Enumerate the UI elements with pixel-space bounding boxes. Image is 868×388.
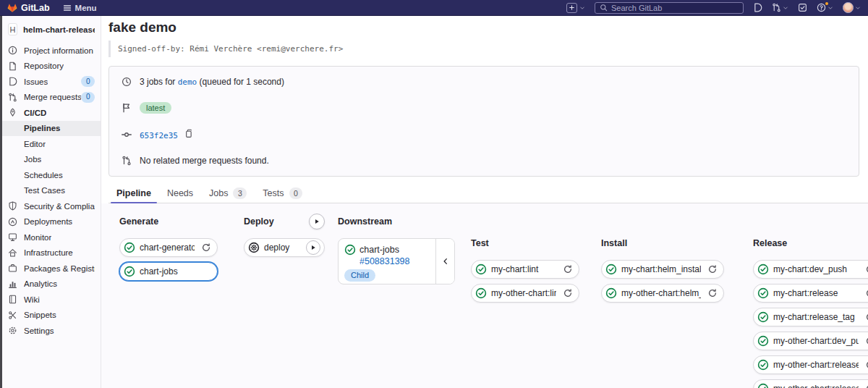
sidebar-item-deployments[interactable]: Deployments xyxy=(2,214,101,230)
merge-request-icon xyxy=(772,3,781,12)
retry-job-button[interactable] xyxy=(863,286,868,300)
sidebar-item-repository[interactable]: Repository xyxy=(2,59,101,75)
sidebar-item-schedules[interactable]: Schedules xyxy=(2,167,101,183)
job-my-other-chart-helm-install[interactable]: my-other-chart:helm_install xyxy=(601,284,724,303)
copy-commit-sha-button[interactable] xyxy=(183,129,194,138)
gitlab-logo[interactable]: GitLab xyxy=(7,3,50,13)
sidebar-item-ci-cd[interactable]: CI/CD xyxy=(2,105,101,121)
new-dropdown-button[interactable] xyxy=(566,3,585,13)
chevron-down-icon xyxy=(579,5,585,11)
play-job-button[interactable] xyxy=(306,240,320,255)
job-deploy[interactable]: deploy xyxy=(244,238,325,257)
clock-icon xyxy=(121,77,132,87)
ref-link[interactable]: demo xyxy=(178,77,197,87)
retry-job-button[interactable] xyxy=(863,358,868,372)
tab-pipeline[interactable]: Pipeline xyxy=(109,184,159,203)
retry-job-button[interactable] xyxy=(705,286,720,300)
job-name: my-chart:release xyxy=(773,288,859,298)
sidebar-item-wiki[interactable]: Wiki xyxy=(2,292,101,308)
latest-row: latest xyxy=(121,102,847,114)
retry-job-button[interactable] xyxy=(863,334,868,348)
tab-needs[interactable]: Needs xyxy=(159,184,201,203)
help-button[interactable] xyxy=(817,3,833,12)
sidebar-item-analytics[interactable]: Analytics xyxy=(2,277,101,292)
tab-tests[interactable]: Tests0 xyxy=(255,184,310,203)
stage-install: Installmy-chart:helm_installmy-other-cha… xyxy=(601,235,724,308)
issues-shortcut-button[interactable] xyxy=(753,3,762,12)
stage-release: Releasemy-chart:dev_pushmy-chart:release… xyxy=(753,235,868,388)
menu-button[interactable]: Menu xyxy=(63,4,97,12)
sidebar-item-snippets[interactable]: Snippets xyxy=(2,308,101,324)
tab-jobs[interactable]: Jobs3 xyxy=(201,184,255,203)
downstream-pipeline-card[interactable]: chart-jobs#508831398Child xyxy=(338,238,455,284)
package-icon xyxy=(8,263,17,273)
job-my-other-chart-lint[interactable]: my-other-chart:lint xyxy=(471,284,579,303)
sidebar-item-project-information[interactable]: Project information xyxy=(2,43,101,59)
sidebar-item-test-cases[interactable]: Test Cases xyxy=(2,183,101,199)
retry-job-button[interactable] xyxy=(863,381,868,388)
user-menu-button[interactable] xyxy=(843,2,861,13)
commit-row: 653f2e35 xyxy=(121,129,847,140)
downstream-collapse-button[interactable] xyxy=(435,239,454,284)
job-my-other-chart-release[interactable]: my-other-chart:release xyxy=(753,355,868,374)
sidebar-item-issues[interactable]: Issues0 xyxy=(2,74,101,90)
merge-request-icon xyxy=(121,156,132,166)
job-my-chart-lint[interactable]: my-chart:lint xyxy=(471,260,579,279)
job-my-other-chart-release-tag[interactable]: my-other-chart:release_tag xyxy=(753,379,868,388)
question-icon xyxy=(817,3,826,12)
sidebar-project-link[interactable]: H helm-chart-release-exa... xyxy=(2,22,101,43)
retry-job-button[interactable] xyxy=(705,262,720,277)
chevron-down-icon xyxy=(827,5,833,11)
stage-test: Testmy-chart:lintmy-other-chart:lint xyxy=(471,235,579,308)
job-my-chart-helm-install[interactable]: my-chart:helm_install xyxy=(601,260,724,279)
stage-header-install: Install xyxy=(601,235,724,251)
retry-job-button[interactable] xyxy=(199,240,213,255)
check-circle-icon xyxy=(757,311,769,323)
retry-job-button[interactable] xyxy=(561,286,575,300)
job-chart-generator[interactable]: chart-generator xyxy=(119,238,218,257)
doc-icon xyxy=(8,62,17,71)
job-my-other-chart-dev-push[interactable]: my-other-chart:dev_push xyxy=(753,332,868,350)
downstream-pipeline-link[interactable]: #508831398 xyxy=(359,256,433,266)
sidebar-item-settings[interactable]: Settings xyxy=(2,323,101,339)
sidebar-item-jobs[interactable]: Jobs xyxy=(2,152,101,168)
job-my-chart-dev-push[interactable]: my-chart:dev_push xyxy=(753,260,868,279)
retry-job-button[interactable] xyxy=(863,262,868,277)
issues-icon xyxy=(8,77,17,86)
search-input[interactable] xyxy=(611,4,739,12)
stage-play-all-button[interactable] xyxy=(309,214,325,229)
stage-header-generate: Generate xyxy=(119,214,218,229)
job-my-chart-release-tag[interactable]: my-chart:release_tag xyxy=(753,308,868,326)
sidebar-item-infrastructure[interactable]: Infrastructure xyxy=(2,245,101,261)
project-name: helm-chart-release-exa... xyxy=(23,25,95,34)
global-search[interactable] xyxy=(595,2,744,14)
downstream-job-name: chart-jobs xyxy=(359,245,399,255)
sidebar-item-monitor[interactable]: Monitor xyxy=(2,229,101,245)
sidebar-item-packages-registries[interactable]: Packages & Registries xyxy=(2,261,101,277)
sidebar-item-label: Project information xyxy=(24,46,93,55)
tab-label: Jobs xyxy=(209,188,228,198)
stage-generate: Generatechart-generatorchart-jobs xyxy=(119,214,218,286)
info-icon xyxy=(8,46,17,55)
sidebar-item-merge-requests[interactable]: Merge requests0 xyxy=(2,90,101,106)
sidebar-item-security-compliance[interactable]: Security & Compliance xyxy=(2,198,101,214)
related-mr-text: No related merge requests found. xyxy=(140,156,269,166)
sidebar-item-label: Repository xyxy=(24,62,64,70)
tab-count-badge: 0 xyxy=(289,187,303,199)
sidebar-item-pipelines[interactable]: Pipelines xyxy=(2,121,101,137)
job-my-chart-release[interactable]: my-chart:release xyxy=(753,284,868,303)
job-name: my-chart:dev_push xyxy=(773,264,859,274)
jobs-summary-row: 3 jobs for demo (queued for 1 second) xyxy=(121,77,847,87)
pipeline-summary-box: 3 jobs for demo (queued for 1 second) la… xyxy=(109,66,859,177)
retry-job-button[interactable] xyxy=(561,262,575,277)
job-chart-jobs[interactable]: chart-jobs xyxy=(119,262,218,281)
todos-button[interactable] xyxy=(798,3,807,12)
sidebar-item-label: Packages & Registries xyxy=(24,264,95,273)
user-avatar xyxy=(843,2,854,13)
tab-label: Pipeline xyxy=(116,188,151,198)
sidebar-item-editor[interactable]: Editor xyxy=(2,136,101,152)
check-circle-icon xyxy=(475,263,487,275)
merge-requests-shortcut-button[interactable] xyxy=(772,3,788,12)
commit-sha-link[interactable]: 653f2e35 xyxy=(140,131,178,140)
retry-job-button[interactable] xyxy=(863,310,868,324)
